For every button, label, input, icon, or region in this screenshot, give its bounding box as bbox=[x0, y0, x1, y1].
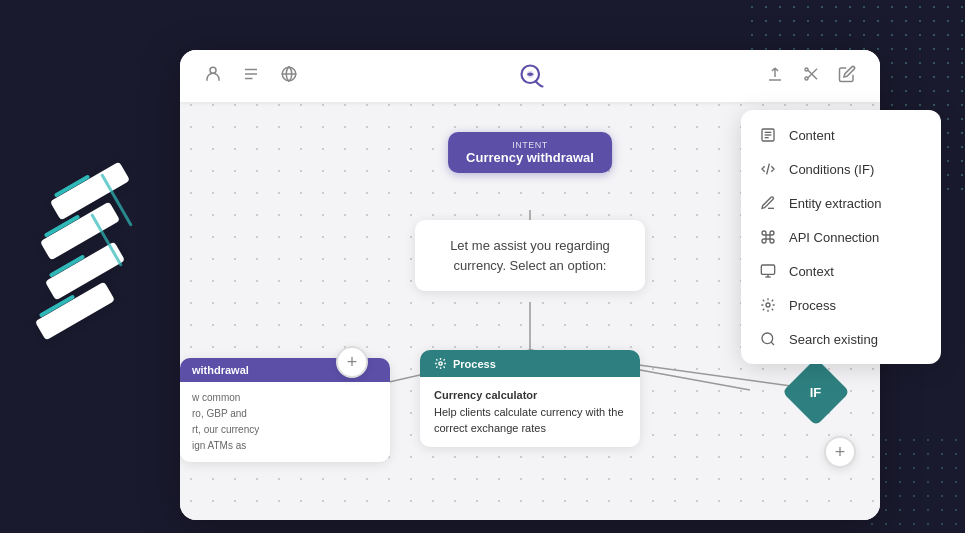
toolbar-left bbox=[204, 65, 298, 87]
if-diamond[interactable]: IF bbox=[782, 358, 850, 426]
list-icon[interactable] bbox=[242, 65, 260, 87]
center-card-desc: Help clients calculate currency with the… bbox=[434, 406, 624, 435]
plus-button-left[interactable]: + bbox=[336, 346, 368, 378]
upload-icon[interactable] bbox=[766, 65, 784, 87]
center-card-header-text: Process bbox=[453, 358, 496, 370]
entity-icon bbox=[759, 194, 777, 212]
svg-rect-23 bbox=[761, 265, 774, 274]
toolbar-center-logo bbox=[518, 62, 546, 90]
scissors-icon[interactable] bbox=[802, 65, 820, 87]
content-box[interactable]: Let me assist you regarding currency. Se… bbox=[415, 220, 645, 291]
context-menu-item-entity[interactable]: Entity extraction bbox=[741, 186, 941, 220]
center-card-title: Currency calculator bbox=[434, 389, 537, 401]
content-icon bbox=[759, 126, 777, 144]
left-card-body: w commonro, GBP andrt, our currencyign A… bbox=[180, 382, 390, 462]
decorative-shapes bbox=[30, 160, 190, 360]
user-icon[interactable] bbox=[204, 65, 222, 87]
intent-title: Currency withdrawal bbox=[466, 150, 594, 165]
edit-icon[interactable] bbox=[838, 65, 856, 87]
if-diamond-text: IF bbox=[810, 385, 822, 400]
svg-point-0 bbox=[210, 67, 216, 73]
context-menu-item-search[interactable]: Search existing bbox=[741, 322, 941, 356]
conditions-icon bbox=[759, 160, 777, 178]
toolbar bbox=[180, 50, 880, 102]
context-menu: Content Conditions (IF) Entity extractio… bbox=[741, 110, 941, 364]
svg-point-17 bbox=[439, 362, 442, 365]
api-icon bbox=[759, 228, 777, 246]
context-menu-item-api[interactable]: API Connection bbox=[741, 220, 941, 254]
center-card-body: Currency calculator Help clients calcula… bbox=[420, 377, 640, 447]
svg-point-26 bbox=[766, 303, 770, 307]
toolbar-right bbox=[766, 65, 856, 87]
svg-line-10 bbox=[808, 69, 817, 78]
plus-button-right[interactable]: + bbox=[824, 436, 856, 468]
globe-icon[interactable] bbox=[280, 65, 298, 87]
plus-icon-right: + bbox=[835, 442, 846, 463]
bottom-nodes-area: withdrawal w commonro, GBP andrt, our cu… bbox=[180, 340, 880, 520]
svg-line-9 bbox=[808, 70, 817, 79]
context-menu-label-search: Search existing bbox=[789, 332, 878, 347]
plus-icon-left: + bbox=[347, 352, 358, 373]
center-card[interactable]: Process Currency calculator Help clients… bbox=[420, 350, 640, 447]
context-menu-label-process: Process bbox=[789, 298, 836, 313]
context-menu-label-conditions: Conditions (IF) bbox=[789, 162, 874, 177]
context-menu-label-context: Context bbox=[789, 264, 834, 279]
context-menu-item-process[interactable]: Process bbox=[741, 288, 941, 322]
left-card-text: w commonro, GBP andrt, our currencyign A… bbox=[192, 392, 259, 451]
context-menu-item-conditions[interactable]: Conditions (IF) bbox=[741, 152, 941, 186]
svg-point-8 bbox=[805, 77, 808, 80]
context-menu-item-context[interactable]: Context bbox=[741, 254, 941, 288]
svg-point-7 bbox=[805, 68, 808, 71]
process-icon bbox=[759, 296, 777, 314]
intent-node[interactable]: Intent Currency withdrawal bbox=[448, 132, 612, 173]
intent-label: Intent bbox=[466, 140, 594, 150]
context-menu-label-content: Content bbox=[789, 128, 835, 143]
context-menu-label-api: API Connection bbox=[789, 230, 879, 245]
context-menu-label-entity: Entity extraction bbox=[789, 196, 882, 211]
process-header-icon bbox=[434, 357, 447, 370]
search-icon bbox=[759, 330, 777, 348]
svg-point-27 bbox=[762, 333, 773, 344]
content-box-text: Let me assist you regarding currency. Se… bbox=[450, 238, 610, 273]
svg-line-22 bbox=[767, 164, 770, 175]
svg-line-28 bbox=[771, 342, 774, 345]
center-card-header: Process bbox=[420, 350, 640, 377]
context-ctx-icon bbox=[759, 262, 777, 280]
context-menu-item-content[interactable]: Content bbox=[741, 118, 941, 152]
dot-pattern-bottom-right bbox=[865, 433, 965, 533]
